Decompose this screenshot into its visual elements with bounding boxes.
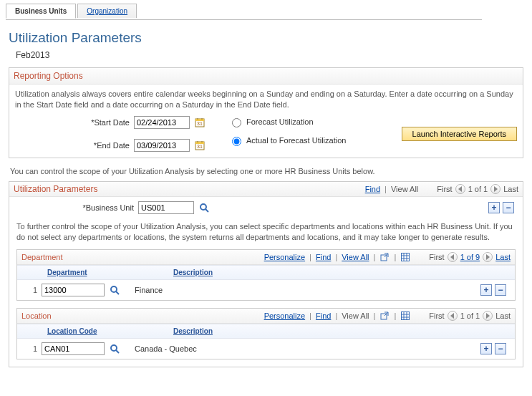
next-arrow-icon[interactable] bbox=[483, 311, 493, 321]
delete-row-button[interactable]: − bbox=[495, 343, 506, 354]
personalize-link[interactable]: Personalize bbox=[264, 253, 305, 261]
location-grid-title: Location bbox=[21, 312, 52, 320]
delete-row-button[interactable]: − bbox=[503, 202, 514, 213]
util-grid-title: Utilization Parameters bbox=[14, 184, 97, 194]
page-title: Utilization Parameters bbox=[9, 30, 526, 46]
add-row-button[interactable]: + bbox=[480, 284, 492, 296]
svg-marker-33 bbox=[486, 313, 490, 319]
view-all-link[interactable]: View All bbox=[342, 253, 369, 261]
personalize-link[interactable]: Personalize bbox=[264, 312, 305, 320]
lookup-icon[interactable] bbox=[109, 284, 120, 296]
actual-radio[interactable] bbox=[232, 137, 241, 146]
lookup-icon[interactable] bbox=[198, 202, 210, 213]
find-link[interactable]: Find bbox=[316, 312, 331, 320]
location-code-col-header[interactable]: Location Code bbox=[17, 324, 168, 338]
svg-point-34 bbox=[111, 345, 117, 351]
business-unit-label: *Business Unit bbox=[15, 203, 134, 212]
view-all-label: View All bbox=[391, 185, 418, 193]
calendar-icon[interactable]: 31 bbox=[194, 140, 205, 151]
spreadsheet-icon[interactable] bbox=[400, 252, 410, 262]
svg-line-13 bbox=[205, 209, 208, 212]
tab-business-units[interactable]: Business Units bbox=[6, 4, 76, 19]
department-col-header[interactable]: Department bbox=[17, 266, 168, 279]
department-input[interactable] bbox=[42, 284, 105, 296]
utilization-parameters-grid: Utilization Parameters Find | View All F… bbox=[9, 181, 523, 368]
row-number: 1 bbox=[23, 286, 37, 294]
find-link[interactable]: Find bbox=[316, 253, 331, 261]
svg-text:31: 31 bbox=[197, 121, 203, 126]
launch-reports-button[interactable]: Launch Interactive Reports bbox=[402, 127, 517, 141]
svg-line-24 bbox=[116, 291, 119, 294]
svg-text:31: 31 bbox=[197, 144, 203, 149]
bu-scope-note: To further control the scope of your Uti… bbox=[9, 218, 523, 250]
delete-row-button[interactable]: − bbox=[495, 284, 506, 296]
svg-rect-27 bbox=[402, 312, 410, 320]
prev-arrow-icon[interactable] bbox=[448, 311, 458, 321]
reporting-options-title: Reporting Options bbox=[9, 68, 523, 84]
location-grid: Location Personalize | Find | View All |… bbox=[16, 308, 516, 359]
pager-text: 1 of 1 bbox=[468, 185, 488, 193]
view-all-label: View All bbox=[342, 312, 369, 320]
svg-line-35 bbox=[116, 350, 119, 353]
start-date-input[interactable] bbox=[134, 116, 190, 129]
tab-strip: Business Units Organization bbox=[6, 3, 482, 20]
next-arrow-icon[interactable] bbox=[490, 184, 500, 194]
first-label: First bbox=[429, 253, 444, 261]
last-label: Last bbox=[495, 312, 511, 320]
department-grid-title: Department bbox=[21, 253, 62, 261]
popout-icon[interactable] bbox=[379, 252, 390, 262]
calendar-icon[interactable]: 31 bbox=[194, 117, 205, 128]
forecast-radio-row[interactable]: Forecast Utilization bbox=[228, 116, 346, 127]
end-date-input[interactable] bbox=[134, 139, 190, 152]
description-col-header[interactable]: Description bbox=[168, 324, 515, 338]
last-link[interactable]: Last bbox=[495, 253, 511, 261]
reporting-help-text: Utilization analysis always covers entir… bbox=[9, 84, 523, 115]
reporting-options-box: Reporting Options Utilization analysis a… bbox=[9, 67, 523, 158]
prev-arrow-icon[interactable] bbox=[448, 252, 458, 262]
last-label: Last bbox=[503, 185, 518, 193]
add-row-button[interactable]: + bbox=[480, 343, 492, 354]
svg-marker-32 bbox=[450, 313, 454, 319]
location-description: Canada - Quebec bbox=[135, 344, 197, 353]
business-unit-input[interactable] bbox=[138, 201, 194, 214]
svg-marker-10 bbox=[458, 186, 462, 192]
svg-marker-21 bbox=[450, 254, 454, 260]
first-label: First bbox=[429, 312, 444, 320]
forecast-radio[interactable] bbox=[232, 118, 241, 127]
svg-marker-22 bbox=[486, 254, 490, 260]
actual-radio-label: Actual to Forecast Utilization bbox=[246, 136, 346, 145]
period-label: Feb2013 bbox=[16, 50, 526, 60]
first-label: First bbox=[437, 185, 452, 193]
start-date-label: Start Date bbox=[15, 118, 130, 127]
prev-arrow-icon[interactable] bbox=[455, 184, 465, 194]
pager-link[interactable]: 1 of 9 bbox=[460, 253, 480, 261]
find-link[interactable]: Find bbox=[365, 185, 380, 193]
tab-organization[interactable]: Organization bbox=[77, 4, 137, 18]
department-grid: Department Personalize | Find | View All… bbox=[16, 249, 516, 301]
svg-point-23 bbox=[111, 286, 117, 292]
svg-rect-16 bbox=[402, 253, 410, 261]
svg-point-12 bbox=[200, 204, 206, 210]
end-date-label: End Date bbox=[15, 141, 130, 150]
actual-radio-row[interactable]: Actual to Forecast Utilization bbox=[228, 135, 346, 146]
department-description: Finance bbox=[135, 286, 163, 294]
spreadsheet-icon[interactable] bbox=[400, 311, 410, 321]
row-number: 1 bbox=[23, 344, 37, 353]
svg-marker-11 bbox=[494, 186, 498, 192]
next-arrow-icon[interactable] bbox=[483, 252, 493, 262]
location-code-input[interactable] bbox=[42, 342, 105, 355]
lookup-icon[interactable] bbox=[109, 343, 120, 354]
add-row-button[interactable]: + bbox=[488, 202, 500, 213]
popout-icon[interactable] bbox=[379, 311, 390, 321]
forecast-radio-label: Forecast Utilization bbox=[246, 117, 314, 126]
description-col-header[interactable]: Description bbox=[168, 266, 515, 279]
scope-note: You can control the scope of your Utiliz… bbox=[10, 167, 522, 175]
pager-text: 1 of 1 bbox=[460, 312, 480, 320]
